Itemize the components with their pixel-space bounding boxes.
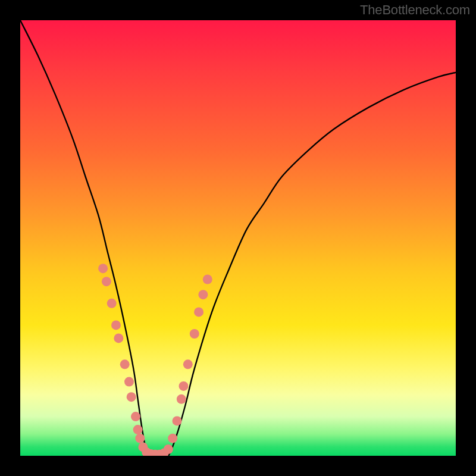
- marker-dot: [194, 307, 203, 317]
- marker-dot: [183, 359, 193, 369]
- marker-dot: [98, 264, 108, 273]
- marker-dot: [124, 377, 134, 387]
- marker-dot: [177, 394, 186, 404]
- marker-dot: [131, 412, 140, 421]
- watermark-text: TheBottleneck.com: [360, 2, 470, 18]
- curve-svg: [20, 20, 456, 456]
- marker-dot: [203, 275, 212, 284]
- marker-dot: [179, 381, 189, 391]
- chart-frame: TheBottleneck.com: [0, 0, 476, 476]
- marker-dot: [135, 434, 145, 443]
- marker-dot: [133, 425, 143, 434]
- marker-dots: [98, 264, 212, 456]
- marker-dot: [168, 434, 177, 443]
- marker-dot: [120, 359, 130, 369]
- bottleneck-curve: [20, 20, 456, 456]
- marker-dot: [127, 392, 136, 402]
- marker-dot: [173, 416, 182, 425]
- marker-dot: [111, 320, 121, 330]
- marker-dot: [198, 290, 208, 299]
- marker-dot: [164, 444, 173, 454]
- plot-area: [20, 20, 456, 456]
- marker-dot: [114, 333, 123, 343]
- marker-dot: [190, 329, 199, 339]
- marker-dot: [102, 277, 111, 286]
- marker-dot: [107, 299, 117, 308]
